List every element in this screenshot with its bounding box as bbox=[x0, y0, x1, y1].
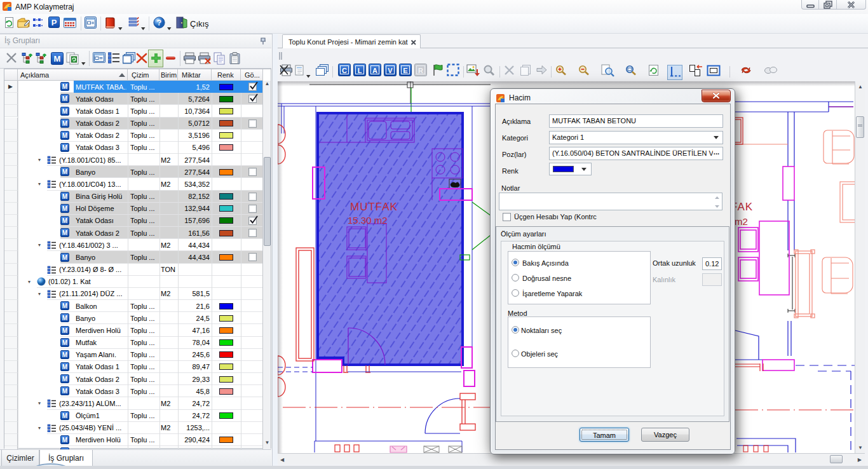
svg-text:R: R bbox=[418, 67, 423, 74]
svg-text:MUTFAK: MUTFAK bbox=[350, 201, 398, 213]
svg-text:E: E bbox=[403, 67, 407, 74]
svg-text:P: P bbox=[51, 18, 57, 27]
svg-text:C: C bbox=[342, 67, 347, 74]
svg-text:V: V bbox=[388, 67, 393, 74]
svg-text:m2: m2 bbox=[735, 216, 748, 227]
svg-text:M: M bbox=[54, 54, 61, 64]
svg-text:A: A bbox=[372, 67, 377, 74]
svg-text:L: L bbox=[358, 67, 362, 74]
svg-text:15.30 m2: 15.30 m2 bbox=[348, 215, 388, 226]
svg-text:?: ? bbox=[157, 18, 161, 27]
